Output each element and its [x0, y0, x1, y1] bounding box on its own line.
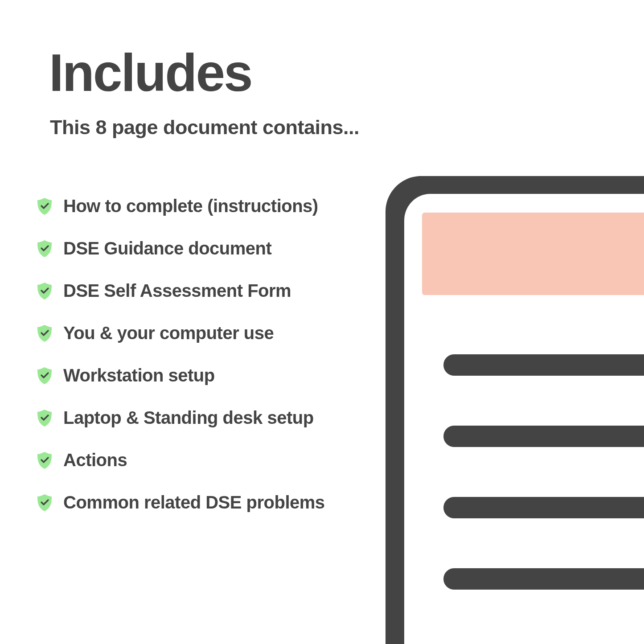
includes-list: How to complete (instructions) DSE Guida…	[37, 196, 325, 513]
shield-check-icon	[37, 324, 53, 342]
list-item-label: Actions	[63, 450, 127, 470]
list-item: Workstation setup	[37, 365, 325, 386]
svg-rect-4	[443, 568, 644, 590]
shield-check-icon	[37, 197, 53, 215]
list-item: Laptop & Standing desk setup	[37, 408, 325, 428]
document-icon	[386, 176, 644, 644]
page-subtitle: This 8 page document contains...	[50, 116, 359, 139]
list-item-label: You & your computer use	[63, 323, 274, 343]
shield-check-icon	[37, 282, 53, 300]
shield-check-icon	[37, 451, 53, 469]
list-item: How to complete (instructions)	[37, 196, 325, 216]
list-item-label: DSE Guidance document	[63, 238, 271, 258]
list-item-label: Workstation setup	[63, 365, 215, 386]
svg-rect-2	[443, 426, 644, 447]
shield-check-icon	[37, 409, 53, 427]
list-item: You & your computer use	[37, 323, 325, 343]
list-item-label: How to complete (instructions)	[63, 196, 318, 216]
svg-rect-3	[443, 497, 644, 518]
svg-rect-1	[443, 354, 644, 376]
list-item: DSE Guidance document	[37, 238, 325, 258]
list-item: DSE Self Assessment Form	[37, 281, 325, 301]
shield-check-icon	[37, 240, 53, 258]
shield-check-icon	[37, 494, 53, 512]
list-item: Actions	[37, 450, 325, 470]
list-item-label: DSE Self Assessment Form	[63, 281, 291, 301]
list-item: Common related DSE problems	[37, 492, 325, 513]
list-item-label: Laptop & Standing desk setup	[63, 408, 314, 428]
list-item-label: Common related DSE problems	[63, 492, 325, 513]
svg-rect-0	[422, 213, 644, 295]
page-title: Includes	[49, 42, 252, 103]
shield-check-icon	[37, 367, 53, 385]
